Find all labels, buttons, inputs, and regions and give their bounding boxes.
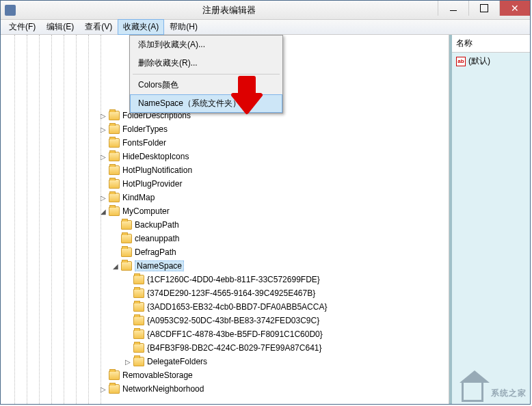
tree-row[interactable]: ▷KindMap [1,191,449,204]
folder-icon [121,220,132,230]
folder-icon [133,302,144,312]
folder-icon [109,384,120,394]
tree-row[interactable]: ▷DelegateFolders [1,355,449,368]
tree-label: {B4FB3F98-DB2C-424C-B029-7FE99A87C641} [147,343,321,353]
folder-icon [109,193,120,202]
folder-icon [121,261,132,271]
folder-icon [109,206,120,216]
folder-icon [109,179,120,189]
folder-icon [121,234,132,243]
minimize-button[interactable] [438,1,468,16]
content-area: 添加到收藏夹(A)... 删除收藏夹(R)... Colors颜色 NameSp… [1,35,530,404]
expand-toggle-icon[interactable]: ▷ [99,112,107,120]
tree-row[interactable]: {A8CDFF1C-4878-43be-B5FD-F8091C1C60D0} [1,327,449,341]
folder-icon [109,152,120,161]
tree-row[interactable]: RemovableStorage [1,368,449,382]
tree-row[interactable]: ◢NameSpace [1,259,449,273]
expand-toggle-icon[interactable]: ▷ [99,385,107,393]
string-value-icon: ab [456,57,466,66]
folder-icon [133,343,144,353]
tree-label: BackupPath [135,220,179,230]
title-bar[interactable]: 注册表编辑器 [1,1,530,20]
menu-favorites[interactable]: 收藏夹(A) [118,19,164,35]
tree-label: HideDesktopIcons [122,152,189,161]
expand-toggle-icon[interactable]: ▷ [99,126,107,133]
maximize-button[interactable] [468,1,499,16]
tree-panel[interactable]: 添加到收藏夹(A)... 删除收藏夹(R)... Colors颜色 NameSp… [1,35,449,404]
app-icon [5,5,16,16]
tree-row[interactable]: FontsFolder [1,136,449,150]
expand-toggle-icon[interactable]: ◢ [111,262,120,270]
tree-label: MyComputer [122,206,170,216]
folder-icon [133,288,144,298]
tree-label: HotPlugProvider [122,179,182,189]
tree-label: {374DE290-123F-4565-9164-39C4925E467B} [147,288,315,298]
tree-row[interactable]: {3ADD1653-EB32-4cb0-BBD7-DFA0ABB5ACCA} [1,300,449,314]
tree-row[interactable]: cleanuppath [1,232,449,245]
tree-label: FolderTypes [122,124,168,134]
tree-label: {1CF1260C-4DD0-4ebb-811F-33C572699FDE} [147,275,320,284]
folder-icon [109,165,120,175]
tree-label: cleanuppath [135,234,179,243]
tree-label: RemovableStorage [122,370,193,380]
tree-row[interactable]: BackupPath [1,218,449,232]
tree-row[interactable]: HotPlugNotification [1,163,449,177]
annotation-arrow-icon [220,75,274,129]
tree-label: NetworkNeighborhood [122,384,204,394]
window-buttons [438,1,530,19]
expand-toggle-icon[interactable]: ◢ [99,208,107,215]
menu-view[interactable]: 查看(V) [79,19,118,35]
folder-icon [121,247,132,257]
folder-icon [133,275,144,284]
tree-label: FontsFolder [122,138,166,148]
expand-toggle-icon[interactable]: ▷ [124,358,132,366]
tree-row[interactable]: ▷HideDesktopIcons [1,150,449,163]
folder-icon [109,124,120,134]
tree-label: NameSpace [135,260,184,271]
values-panel: 名称 ab (默认) [449,35,530,404]
window-title: 注册表编辑器 [20,4,438,16]
menu-edit[interactable]: 编辑(E) [41,19,79,35]
folder-icon [133,357,144,366]
folder-icon [109,111,120,120]
app-window: 注册表编辑器 文件(F) 编辑(E) 查看(V) 收藏夹(A) 帮助(H) 添加… [0,0,531,405]
close-button[interactable] [499,1,530,16]
folder-icon [109,138,120,148]
menu-bar: 文件(F) 编辑(E) 查看(V) 收藏夹(A) 帮助(H) [1,20,530,35]
tree-row[interactable]: {374DE290-123F-4565-9164-39C4925E467B} [1,286,449,300]
menu-file[interactable]: 文件(F) [3,19,41,35]
folder-icon [109,370,120,380]
expand-toggle-icon[interactable]: ▷ [99,153,107,161]
value-name: (默认) [468,55,490,67]
menu-help[interactable]: 帮助(H) [164,19,203,35]
tree-row[interactable]: {B4FB3F98-DB2C-424C-B029-7FE99A87C641} [1,341,449,355]
dropdown-add-favorite[interactable]: 添加到收藏夹(A)... [130,36,282,54]
folder-icon [133,329,144,339]
tree-row[interactable]: ▷NetworkNeighborhood [1,382,449,396]
tree-row[interactable]: ◢MyComputer [1,204,449,218]
value-row-default[interactable]: ab (默认) [452,53,530,70]
tree-label: DelegateFolders [147,357,207,366]
tree-label: DefragPath [135,247,176,257]
tree-label: HotPlugNotification [122,165,192,175]
tree-row[interactable]: {A0953C92-50DC-43bf-BE83-3742FED03C9C} [1,314,449,327]
folder-icon [133,316,144,325]
dropdown-remove-favorite[interactable]: 删除收藏夹(R)... [130,54,282,72]
tree-label: KindMap [122,193,155,202]
tree-label: {A8CDFF1C-4878-43be-B5FD-F8091C1C60D0} [147,329,323,339]
values-header-name[interactable]: 名称 [452,35,530,53]
tree-row[interactable]: DefragPath [1,245,449,259]
tree-row[interactable]: {1CF1260C-4DD0-4ebb-811F-33C572699FDE} [1,273,449,286]
tree-label: {3ADD1653-EB32-4cb0-BBD7-DFA0ABB5ACCA} [147,302,327,312]
tree-label: {A0953C92-50DC-43bf-BE83-3742FED03C9C} [147,316,319,325]
tree-row[interactable]: HotPlugProvider [1,177,449,191]
expand-toggle-icon[interactable]: ▷ [99,194,107,202]
